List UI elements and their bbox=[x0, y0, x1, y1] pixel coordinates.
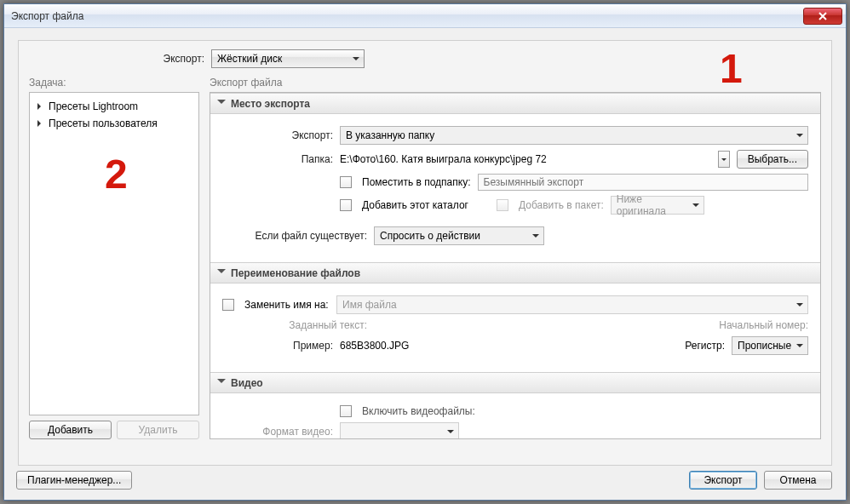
preset-item-lightroom[interactable]: Пресеты Lightroom bbox=[33, 98, 195, 115]
section-location-body: Экспорт: В указанную папку Папка: E:\Фот… bbox=[210, 114, 820, 262]
export-button[interactable]: Экспорт bbox=[689, 471, 757, 490]
rename-template-value: Имя файла bbox=[342, 299, 397, 311]
inner-frame: Экспорт: Жёсткий диск Задача: Пресеты Li… bbox=[18, 40, 832, 466]
dialog-footer: Плагин-менеджер... Экспорт Отмена bbox=[16, 471, 832, 490]
section-rename-header[interactable]: Переименование файлов bbox=[210, 262, 820, 284]
close-button[interactable] bbox=[803, 8, 842, 25]
subfolder-input[interactable] bbox=[478, 174, 808, 191]
folder-label: Папка: bbox=[222, 153, 333, 165]
dialog-content: Экспорт: Жёсткий диск Задача: Пресеты Li… bbox=[4, 28, 846, 500]
preset-list[interactable]: Пресеты Lightroom Пресеты пользователя bbox=[29, 92, 199, 415]
chevron-down-icon bbox=[217, 266, 226, 280]
annotation-number-2: 2 bbox=[105, 151, 128, 198]
section-location-title: Место экспорта bbox=[231, 98, 310, 110]
export-to-dropdown[interactable]: В указанную папку bbox=[340, 126, 808, 145]
subfolder-label: Поместить в подпапку: bbox=[362, 176, 471, 188]
title-bar: Экспорт файла bbox=[4, 4, 846, 28]
export-target-label: Экспорт: bbox=[29, 53, 204, 65]
existing-file-label: Если файл существует: bbox=[222, 230, 367, 242]
preset-item-user[interactable]: Пресеты пользователя bbox=[33, 115, 195, 132]
settings-scroll-area[interactable]: Место экспорта Экспорт: В указанную папк… bbox=[210, 92, 821, 439]
example-label: Пример: bbox=[222, 340, 333, 352]
example-value: 685B3800.JPG bbox=[340, 340, 409, 352]
export-to-label: Экспорт: bbox=[222, 129, 333, 141]
rename-label: Заменить имя на: bbox=[244, 299, 330, 311]
add-stack-label: Добавить в пакет: bbox=[519, 199, 604, 211]
choose-folder-button[interactable]: Выбрать... bbox=[737, 150, 808, 169]
rename-checkbox[interactable] bbox=[222, 299, 234, 311]
video-format-label: Формат видео: bbox=[222, 426, 333, 438]
export-to-value: В указанную папку bbox=[346, 129, 434, 141]
add-stack-checkbox bbox=[497, 199, 508, 211]
settings-column: Экспорт файла Место экспорта Экспорт: В … bbox=[210, 77, 821, 439]
section-rename-body: Заменить имя на: Имя файла Заданный текс… bbox=[210, 284, 820, 372]
preset-header: Задача: bbox=[29, 77, 199, 89]
section-video-body: Включить видеофайлы: Формат видео: bbox=[210, 393, 820, 439]
subfolder-checkbox[interactable] bbox=[340, 176, 352, 188]
section-video-title: Видео bbox=[231, 377, 263, 389]
video-format-dropdown bbox=[340, 422, 459, 439]
custom-text-label: Заданный текст: bbox=[222, 319, 367, 331]
include-video-label: Включить видеофайлы: bbox=[362, 405, 475, 417]
remove-preset-button: Удалить bbox=[117, 421, 199, 439]
add-catalog-label: Добавить этот каталог bbox=[362, 199, 490, 211]
two-columns: Задача: Пресеты Lightroom Пресеты пользо… bbox=[29, 77, 821, 439]
add-preset-button[interactable]: Добавить bbox=[29, 421, 112, 439]
existing-file-dropdown[interactable]: Спросить о действии bbox=[374, 226, 544, 245]
section-video-header[interactable]: Видео bbox=[210, 372, 820, 393]
section-rename-title: Переименование файлов bbox=[231, 267, 360, 279]
folder-history-dropdown[interactable] bbox=[718, 151, 730, 168]
rename-template-dropdown: Имя файла bbox=[336, 295, 808, 314]
plugin-manager-button[interactable]: Плагин-менеджер... bbox=[16, 471, 132, 490]
export-dialog: Экспорт файла Экспорт: Жёсткий диск Зада… bbox=[3, 3, 847, 501]
existing-file-value: Спросить о действии bbox=[380, 230, 480, 242]
chevron-down-icon bbox=[217, 375, 226, 390]
case-value: Прописные bbox=[738, 340, 791, 352]
start-number-label: Начальный номер: bbox=[698, 319, 808, 331]
annotation-number-1: 1 bbox=[720, 45, 743, 92]
stack-position-dropdown: Ниже оригинала bbox=[611, 196, 704, 215]
section-location-header[interactable]: Место экспорта bbox=[210, 93, 820, 114]
export-target-value: Жёсткий диск bbox=[217, 53, 282, 65]
folder-path: E:\Фото\160. Катя выиграла конкурс\jpeg … bbox=[340, 153, 711, 165]
export-target-dropdown[interactable]: Жёсткий диск bbox=[211, 49, 365, 68]
include-video-checkbox[interactable] bbox=[340, 405, 352, 417]
preset-column: Задача: Пресеты Lightroom Пресеты пользо… bbox=[29, 77, 199, 439]
chevron-down-icon bbox=[217, 96, 226, 111]
add-catalog-checkbox[interactable] bbox=[340, 199, 352, 211]
case-label: Регистр: bbox=[685, 340, 725, 352]
window-title: Экспорт файла bbox=[11, 10, 803, 22]
export-target-row: Экспорт: Жёсткий диск bbox=[29, 49, 821, 68]
cancel-button[interactable]: Отмена bbox=[764, 471, 832, 490]
stack-position-value: Ниже оригинала bbox=[617, 193, 688, 217]
case-dropdown[interactable]: Прописные bbox=[732, 336, 808, 355]
